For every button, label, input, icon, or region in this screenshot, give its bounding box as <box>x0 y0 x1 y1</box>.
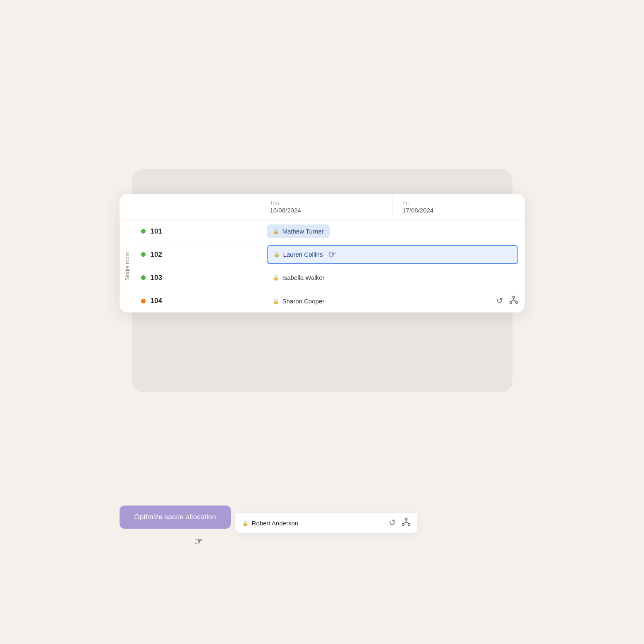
action-icons-104: ↺ <box>496 296 518 307</box>
svg-line-5 <box>514 300 517 302</box>
booking-mathew-turner[interactable]: 🔒 Mathew Turner <box>267 224 330 238</box>
room-number-104: 104 <box>151 297 170 305</box>
room-row-102: 102 <box>134 243 260 266</box>
bookings-right: 🔒 Mathew Turner 🔒 Lauren Collins ☞ 🔒 <box>260 220 525 312</box>
svg-point-1 <box>510 301 512 303</box>
cursor-hand-102: ☞ <box>328 249 337 260</box>
date-col-2: Fri 17/08/2024 <box>393 194 525 219</box>
booking-row-104: 🔒 Sharon Cooper ↺ <box>260 289 525 312</box>
svg-point-7 <box>402 524 404 526</box>
lock-icon-104: 🔒 <box>273 298 279 304</box>
date-fri: 17/08/2024 <box>402 207 515 214</box>
svg-line-11 <box>406 522 409 524</box>
room-row-101: 101 <box>134 220 260 243</box>
svg-line-10 <box>403 522 406 524</box>
optimize-cursor: ☞ <box>194 536 203 547</box>
booking-lauren-collins[interactable]: 🔒 Lauren Collins ☞ <box>267 245 518 264</box>
status-dot-103 <box>141 275 146 280</box>
optimize-button[interactable]: Optimize space allocation <box>120 506 231 529</box>
guest-name-robert: Robert Anderson <box>252 520 299 527</box>
room-number-101: 101 <box>151 227 170 236</box>
booking-row-103: 🔒 Isabella Walker <box>260 266 525 289</box>
room-type-row: Single room 101 102 <box>120 220 260 312</box>
org-chart-svg-robert <box>402 518 411 527</box>
svg-point-8 <box>408 524 410 526</box>
room-number-103: 103 <box>151 274 170 282</box>
guest-name-101: Mathew Turner <box>282 228 324 235</box>
room-row-103: 103 <box>134 266 260 289</box>
guest-name-104: Sharon Cooper <box>282 298 325 305</box>
restore-icon-104[interactable]: ↺ <box>496 296 503 307</box>
rooms-list: 101 102 103 <box>134 220 260 312</box>
lock-icon-101: 🔒 <box>273 228 279 234</box>
booking-isabella-walker[interactable]: 🔒 Isabella Walker <box>267 271 330 284</box>
action-icons-robert: ↺ <box>389 518 411 529</box>
table-body: Single room 101 102 <box>120 220 525 312</box>
date-header: Thu 16/08/2024 Fri 17/08/2024 <box>120 194 525 220</box>
lock-icon-103: 🔒 <box>273 274 279 281</box>
booking-row-101: 🔒 Mathew Turner <box>260 220 525 243</box>
lock-icon-robert: 🔒 <box>242 520 249 526</box>
optimize-button-label: Optimize space allocation <box>134 513 216 521</box>
day-fri: Fri <box>402 200 515 206</box>
status-dot-102 <box>141 252 146 257</box>
date-col-1: Thu 16/08/2024 <box>260 194 393 219</box>
network-icon-104[interactable] <box>509 296 518 307</box>
svg-point-6 <box>405 518 407 520</box>
scene: Thu 16/08/2024 Fri 17/08/2024 Single roo… <box>95 136 550 508</box>
booking-sharon-cooper[interactable]: 🔒 Sharon Cooper <box>267 294 330 308</box>
rooms-left: Single room 101 102 <box>120 220 260 312</box>
room-label-header <box>120 194 260 219</box>
extra-row-robert: 🔒 Robert Anderson ↺ <box>235 513 417 533</box>
room-row-104: 104 <box>134 289 260 312</box>
svg-point-0 <box>512 296 515 298</box>
svg-point-2 <box>515 301 517 303</box>
booking-row-102: 🔒 Lauren Collins ☞ <box>260 243 525 266</box>
guest-name-102: Lauren Collins <box>283 251 323 258</box>
network-icon-robert[interactable] <box>402 518 411 529</box>
org-chart-svg <box>509 296 518 305</box>
guest-name-103: Isabella Walker <box>282 274 325 281</box>
status-dot-104 <box>141 299 146 303</box>
status-dot-101 <box>141 229 146 234</box>
svg-line-4 <box>511 300 514 302</box>
room-type-label: Single room <box>120 220 134 312</box>
date-thu: 16/08/2024 <box>270 207 383 214</box>
day-thu: Thu <box>270 200 383 206</box>
lock-icon-102: 🔒 <box>273 251 280 258</box>
restore-icon-robert[interactable]: ↺ <box>389 518 396 529</box>
main-card: Thu 16/08/2024 Fri 17/08/2024 Single roo… <box>120 194 525 312</box>
room-number-102: 102 <box>151 250 170 259</box>
